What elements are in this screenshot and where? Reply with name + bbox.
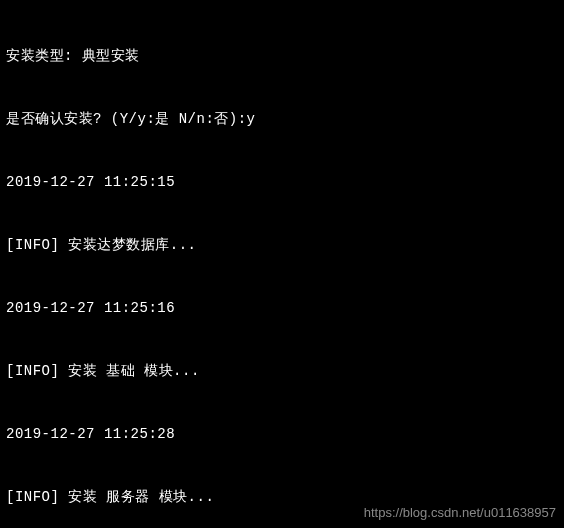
output-line: 安装类型: 典型安装 <box>6 46 558 67</box>
watermark-text: https://blog.csdn.net/u011638957 <box>364 503 556 523</box>
output-line: 2019-12-27 11:25:28 <box>6 424 558 445</box>
output-line: [INFO] 安装 基础 模块... <box>6 361 558 382</box>
output-line: 2019-12-27 11:25:16 <box>6 298 558 319</box>
output-line: 2019-12-27 11:25:15 <box>6 172 558 193</box>
terminal-output[interactable]: 安装类型: 典型安装 是否确认安装? (Y/y:是 N/n:否):y 2019-… <box>0 0 564 528</box>
output-line: [INFO] 安装达梦数据库... <box>6 235 558 256</box>
output-line: 是否确认安装? (Y/y:是 N/n:否):y <box>6 109 558 130</box>
